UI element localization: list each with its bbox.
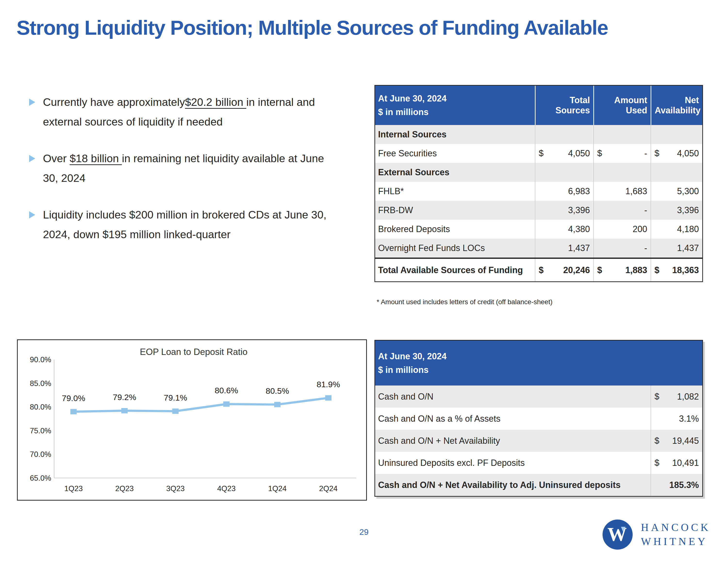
row-value xyxy=(593,163,651,182)
page-number: 29 xyxy=(349,527,379,537)
table-row: Uninsured Deposits excl. PF Deposits$10,… xyxy=(375,452,702,474)
svg-text:79.0%: 79.0% xyxy=(62,394,85,403)
row-value: $1,883 xyxy=(593,259,651,282)
liquidity-table-header: At June 30, 2024 $ in millions xyxy=(375,341,702,386)
table-total-row: Cash and O/N + Net Availability to Adj. … xyxy=(375,474,702,496)
row-value: $20,246 xyxy=(535,259,593,282)
svg-text:85.0%: 85.0% xyxy=(30,379,51,388)
svg-text:79.1%: 79.1% xyxy=(164,393,187,402)
row-label: Total Available Sources of Funding xyxy=(375,259,535,282)
liquidity-table-body: Cash and O/N$1,082Cash and O/N as a % of… xyxy=(375,386,702,496)
bullet-item: Over $18 billion in remaining net liquid… xyxy=(29,148,354,188)
row-value: - xyxy=(593,238,651,257)
bullet-item: Liquidity includes $200 million in broke… xyxy=(29,205,354,244)
line-chart-canvas: 90.0%85.0%80.0%75.0%70.0%65.0%1Q232Q233Q… xyxy=(18,340,368,501)
row-value: 3,396 xyxy=(651,201,702,220)
row-label: Cash and O/N + Net Availability to Adj. … xyxy=(375,474,651,496)
bullet-text: Currently have approximately$20.2 billio… xyxy=(43,92,338,132)
row-label: External Sources xyxy=(375,163,535,182)
row-value: $10,491 xyxy=(651,452,702,474)
bullet-item: Currently have approximately$20.2 billio… xyxy=(29,92,354,132)
row-value: 1,683 xyxy=(593,182,651,201)
table-row: FRB-DW3,396-3,396 xyxy=(375,201,702,220)
row-label: Cash and O/N as a % of Assets xyxy=(375,408,651,430)
table-row: External Sources xyxy=(375,163,702,182)
table-footnote: * Amount used includes letters of credit… xyxy=(377,298,553,306)
row-value: 3.1% xyxy=(651,408,702,430)
row-label: Free Securities xyxy=(375,144,535,163)
row-label: Cash and O/N + Net Availability xyxy=(375,430,651,452)
table-row: Internal Sources xyxy=(375,125,702,144)
svg-text:79.2%: 79.2% xyxy=(113,393,136,402)
eop-loan-to-deposit-chart: 90.0%85.0%80.0%75.0%70.0%65.0%1Q232Q233Q… xyxy=(17,340,367,501)
bullet-triangle-icon xyxy=(29,211,35,218)
row-label: FHLB* xyxy=(375,182,535,201)
row-value: $4,050 xyxy=(651,144,702,163)
svg-text:4Q23: 4Q23 xyxy=(217,484,236,493)
funding-table-body: Internal SourcesFree Securities$4,050$-$… xyxy=(375,125,702,282)
svg-text:80.5%: 80.5% xyxy=(266,386,289,396)
liquidity-header-date: At June 30, 2024 xyxy=(378,350,447,363)
funding-header-date: At June 30, 2024 xyxy=(378,92,447,105)
funding-header-title: At June 30, 2024 $ in millions xyxy=(375,86,535,125)
row-value xyxy=(651,125,702,144)
row-value: 3,396 xyxy=(535,201,593,220)
bullet-triangle-icon xyxy=(29,155,35,162)
bullet-text: Over $18 billion in remaining net liquid… xyxy=(43,148,338,188)
row-label: Internal Sources xyxy=(375,125,535,144)
logo-line-whitney: WHITNEY xyxy=(641,535,711,549)
row-value: 6,983 xyxy=(535,182,593,201)
svg-text:1Q23: 1Q23 xyxy=(64,484,83,493)
row-value xyxy=(535,163,593,182)
table-row: Brokered Deposits4,3802004,180 xyxy=(375,220,702,238)
svg-text:2Q24: 2Q24 xyxy=(319,484,338,493)
table-row: FHLB*6,9831,6835,300 xyxy=(375,182,702,201)
bullet-triangle-icon xyxy=(29,99,35,106)
table-row: Cash and O/N + Net Availability$19,445 xyxy=(375,430,702,452)
row-value: 5,300 xyxy=(651,182,702,201)
table-row: Cash and O/N$1,082 xyxy=(375,386,702,408)
row-value: 200 xyxy=(593,220,651,238)
table-row: Free Securities$4,050$-$4,050 xyxy=(375,144,702,163)
row-value: $18,363 xyxy=(651,259,702,282)
funding-header-net-availability: Net Availability xyxy=(651,86,702,125)
hancock-whitney-logo-mark: W xyxy=(603,520,633,550)
slide: { "slide": { "title": "Strong Liquidity … xyxy=(0,0,728,562)
funding-header-units: $ in millions xyxy=(378,105,429,119)
logo-wordmark: HANCOCK WHITNEY xyxy=(641,521,711,549)
row-value: 1,437 xyxy=(535,238,593,257)
cash-liquidity-table: At June 30, 2024 $ in millions Cash and … xyxy=(374,340,703,497)
chart-title: EOP Loan to Deposit Ratio xyxy=(42,347,345,357)
svg-text:3Q23: 3Q23 xyxy=(166,484,185,493)
row-label: Overnight Fed Funds LOCs xyxy=(375,238,535,257)
row-label: Uninsured Deposits excl. PF Deposits xyxy=(375,452,651,474)
table-total-row: Total Available Sources of Funding$20,24… xyxy=(375,257,702,282)
svg-text:75.0%: 75.0% xyxy=(30,427,51,435)
bullet-list: Currently have approximately$20.2 billio… xyxy=(29,92,354,261)
liquidity-header-units: $ in millions xyxy=(378,363,429,377)
row-value: 4,380 xyxy=(535,220,593,238)
row-value: 1,437 xyxy=(651,238,702,257)
row-value: - xyxy=(593,201,651,220)
row-value: $- xyxy=(593,144,651,163)
svg-text:70.0%: 70.0% xyxy=(30,450,51,459)
logo-line-hancock: HANCOCK xyxy=(641,521,711,535)
row-value xyxy=(535,125,593,144)
row-value: 185.3% xyxy=(651,474,702,496)
svg-text:80.0%: 80.0% xyxy=(30,403,51,411)
row-value xyxy=(651,163,702,182)
row-value xyxy=(593,125,651,144)
row-label: Brokered Deposits xyxy=(375,220,535,238)
table-row: Overnight Fed Funds LOCs1,437-1,437 xyxy=(375,238,702,257)
row-value: $4,050 xyxy=(535,144,593,163)
svg-text:65.0%: 65.0% xyxy=(30,474,51,482)
funding-table-header: At June 30, 2024 $ in millions Total Sou… xyxy=(375,86,702,125)
page-title: Strong Liquidity Position; Multiple Sour… xyxy=(17,16,715,40)
table-row: Cash and O/N as a % of Assets3.1% xyxy=(375,408,702,430)
funding-header-total-sources: Total Sources xyxy=(535,86,593,125)
row-value: 4,180 xyxy=(651,220,702,238)
row-label: Cash and O/N xyxy=(375,386,651,408)
row-label: FRB-DW xyxy=(375,201,535,220)
funding-sources-table: At June 30, 2024 $ in millions Total Sou… xyxy=(374,85,703,282)
svg-text:1Q24: 1Q24 xyxy=(268,484,287,493)
